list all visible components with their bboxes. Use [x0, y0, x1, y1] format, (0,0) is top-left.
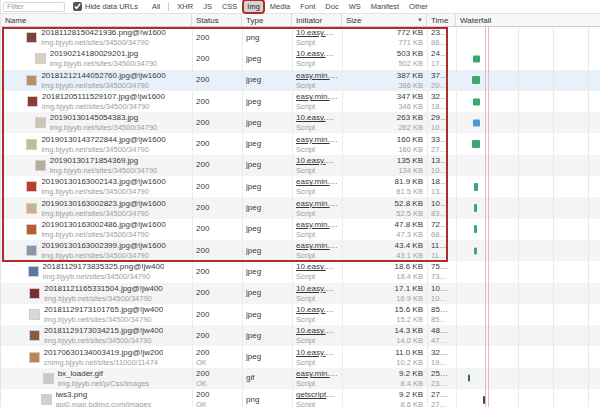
time-total: 24… [431, 49, 452, 59]
initiator-link[interactable]: easy.min.js?v… [296, 369, 338, 379]
initiator-link[interactable]: easy.min.js?v… [296, 71, 338, 81]
initiator-kind: Script [296, 230, 338, 239]
waterfall-bar[interactable] [472, 140, 480, 148]
request-name: 20181128150421936.png@!w1600 [41, 28, 166, 38]
image-thumbnail-icon [26, 181, 37, 192]
initiator-link[interactable]: getscript?v=… [296, 390, 338, 400]
initiator-link[interactable]: 10.easy.min.j… [296, 326, 338, 336]
column-header-initiator[interactable]: Initiator [292, 14, 342, 26]
waterfall-cell [456, 133, 600, 154]
table-row[interactable]: 20181129173034215.jpg@!jw400 img.bjyyb.n… [1, 325, 600, 346]
filter-tab-font[interactable]: Font [297, 1, 318, 12]
initiator-link[interactable]: 10.easy.min.j… [296, 28, 338, 38]
request-name: 20181212144052760.jpg@!jw1600 [41, 71, 165, 81]
initiator-link[interactable]: easy.min.js?v… [296, 241, 338, 251]
filter-tab-js[interactable]: JS [200, 1, 215, 12]
initiator-link[interactable]: 10.easy.min.j… [296, 284, 338, 294]
image-thumbnail-icon [26, 203, 37, 214]
request-domain: cnimg.bjyyb.net/sites/11000/11474 [44, 358, 164, 367]
time-total: 85… [431, 305, 452, 315]
time-latency: 47… [431, 336, 452, 345]
table-row[interactable]: 20190130163002143.jpg@!jw1600 img.bjyyb.… [1, 176, 600, 197]
table-row[interactable]: 20190130163002399.jpg@!jw1600 img.bjyyb.… [1, 240, 600, 261]
waterfall-bar[interactable] [472, 76, 480, 84]
filter-tab-xhr[interactable]: XHR [174, 1, 196, 12]
waterfall-bar[interactable] [474, 204, 477, 212]
filter-tab-all[interactable]: All [149, 1, 163, 12]
waterfall-bar[interactable] [473, 119, 480, 126]
filter-tab-doc[interactable]: Doc [322, 1, 341, 12]
filter-tab-manifest[interactable]: Manifest [368, 1, 402, 12]
initiator-link[interactable]: easy.min.js?v… [296, 220, 338, 230]
hide-data-urls-label[interactable]: Hide data URLs [85, 2, 138, 11]
waterfall-bar[interactable] [474, 183, 478, 191]
status-code: 200 [196, 331, 238, 341]
request-domain: img.bjyyb.net/sites/34500/34790 [50, 123, 158, 132]
waterfall-bar[interactable] [483, 396, 485, 404]
initiator-link[interactable]: 10.easy.min.j… [296, 305, 338, 315]
initiator-link[interactable]: 10.easy.min.j… [296, 156, 338, 166]
waterfall-bar[interactable] [474, 225, 477, 233]
initiator-link[interactable]: 10.easy.min.j… [296, 49, 338, 59]
hide-data-urls-checkbox[interactable] [73, 2, 82, 11]
request-name: 20170630134003419.jpg@!jw200 [44, 348, 164, 358]
column-header-waterfall[interactable]: Waterfall [456, 14, 600, 26]
table-row[interactable]: 20190130171854369.jpg img.bjyyb.net/site… [1, 155, 600, 176]
column-header-status[interactable]: Status [192, 14, 242, 26]
request-domain: img.bjyyb.net/sites/34500/34790 [41, 145, 165, 154]
filter-tab-media[interactable]: Media [267, 1, 293, 12]
initiator-link[interactable]: easy.min.js?v… [296, 177, 338, 187]
size-content: 18.4 KB [346, 272, 423, 281]
table-row[interactable]: 20190130145054383.jpg img.bjyyb.net/site… [1, 112, 600, 133]
initiator-kind: Script [296, 145, 338, 154]
initiator-kind: Script [296, 379, 338, 388]
waterfall-bar[interactable] [473, 98, 480, 105]
filter-tab-other[interactable]: Other [406, 1, 431, 12]
time-total: 75… [431, 262, 452, 272]
column-header-name[interactable]: Name [1, 14, 192, 26]
table-row[interactable]: 20170630134003419.jpg@!jw200 cnimg.bjyyb… [1, 346, 600, 367]
filter-tab-ws[interactable]: WS [346, 1, 364, 12]
table-row[interactable]: 20190130163002486.jpg@!jw1600 img.bjyyb.… [1, 219, 600, 240]
request-domain: img.bjyyb.net/sites/34500/34790 [41, 251, 165, 260]
table-row[interactable]: 20181129173101765.jpg@!jw400 img.bjyyb.n… [1, 304, 600, 325]
waterfall-bar[interactable] [468, 375, 470, 382]
initiator-link[interactable]: easy.min.js?v… [296, 92, 338, 102]
column-header-time[interactable]: Time [427, 14, 456, 26]
initiator-link[interactable]: 10.easy.min.j… [296, 113, 338, 123]
initiator-link[interactable]: easy.min.js?v… [296, 199, 338, 209]
table-row[interactable]: 20190130163002823.jpg@!jw1600 img.bjyyb.… [1, 197, 600, 218]
table-row[interactable]: iws3.png api0.map.bdimg.com/images 200 O… [1, 389, 600, 407]
filter-input[interactable] [3, 2, 65, 12]
time-total: 23… [431, 28, 452, 38]
initiator-link[interactable]: 10.easy.min.j… [296, 262, 338, 272]
image-thumbnail-icon [26, 32, 37, 43]
initiator-link[interactable]: 10.easy.min.j… [296, 348, 338, 358]
waterfall-bar[interactable] [473, 55, 480, 62]
table-row[interactable]: 20181128150421936.png@!w1600 img.bjyyb.n… [1, 27, 600, 48]
time-total: 11… [431, 241, 452, 251]
column-header-type[interactable]: Type [242, 14, 292, 26]
filter-tab-css[interactable]: CSS [219, 1, 240, 12]
time-total: 72… [431, 220, 452, 230]
table-row[interactable]: bx_loader.gif img.bjyyb.net/p/Css/images… [1, 368, 600, 389]
table-row[interactable]: 20181129173835325.png@!jw400 img.bjyyb.n… [1, 261, 600, 282]
status-code: 200 [196, 203, 238, 213]
filter-tab-img[interactable]: Img [244, 1, 263, 12]
initiator-link[interactable]: easy.min.js?v… [296, 135, 338, 145]
column-header-size[interactable]: Size ▼ [342, 14, 427, 26]
size-total: 772 KB [346, 28, 423, 38]
request-name: 20181205111529107.jpg@!jw1600 [42, 92, 165, 102]
table-row[interactable]: 20181205111529107.jpg@!jw1600 img.bjyyb.… [1, 91, 600, 112]
size-total: 52.8 KB [346, 199, 423, 209]
table-row[interactable]: 20190130143722844.jpg@!jw1600 img.bjyyb.… [1, 133, 600, 154]
waterfall-bar[interactable] [474, 247, 477, 254]
time-latency: 10… [431, 294, 452, 303]
request-name: 20190130145054383.jpg [50, 113, 158, 123]
table-row[interactable]: 20181121165331504.jpg@!jw400 img.bjyyb.n… [1, 283, 600, 304]
time-latency: 27… [431, 145, 452, 154]
table-row[interactable]: 20181212144052760.jpg@!jw1600 img.bjyyb.… [1, 70, 600, 91]
size-content: 43.1 KB [346, 251, 423, 260]
type-value: jpeg [246, 310, 288, 320]
table-row[interactable]: 20190214180029201.jpg img.bjyyb.net/site… [1, 48, 600, 69]
